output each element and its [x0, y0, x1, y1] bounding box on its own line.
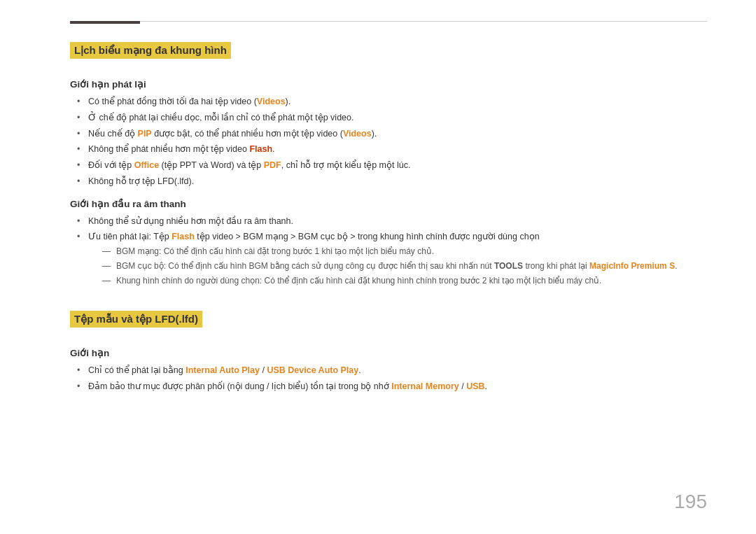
section-1: Lịch biểu mạng đa khung hình Giới hạn ph…	[70, 35, 707, 287]
highlight-pdf: PDF	[264, 160, 281, 170]
subsection-2-1-title: Giới hạn	[70, 347, 707, 358]
sub-list-item: Khung hình chính do người dùng chọn: Có …	[102, 274, 707, 287]
page-number: 195	[674, 491, 707, 513]
top-line	[140, 21, 707, 22]
sub-list-item: BGM cục bộ: Có thể định cấu hình BGM bằn…	[102, 260, 707, 272]
subsection-2-1: Giới hạn Chỉ có thể phát lại bằng Intern…	[70, 347, 707, 393]
highlight-internal-memory: Internal Memory	[391, 381, 459, 391]
section-2: Tệp mẫu và tệp LFD(.lfd) Giới hạn Chỉ có…	[70, 304, 707, 393]
subsection-1-1-title: Giới hạn phát lại	[70, 78, 707, 90]
list-item: Chỉ có thể phát lại bằng Internal Auto P…	[77, 364, 707, 377]
subsection-1-2-list: Không thể sử dụng nhiều hơn một đầu ra â…	[77, 215, 707, 288]
section-2-title: Tệp mẫu và tệp LFD(.lfd)	[70, 311, 202, 328]
list-item: Có thể phát đồng thời tối đa hai tệp vid…	[77, 95, 707, 108]
highlight-flash-2: Flash	[172, 232, 195, 241]
page-container: Lịch biểu mạng đa khung hình Giới hạn ph…	[0, 0, 756, 534]
section-1-title: Lịch biểu mạng đa khung hình	[70, 42, 231, 59]
highlight-usb-device-auto-play: USB Device Auto Play	[267, 365, 358, 375]
highlight-flash-1: Flash	[249, 144, 272, 154]
content-area: Lịch biểu mạng đa khung hình Giới hạn ph…	[70, 35, 707, 393]
highlight-internal-auto-play: Internal Auto Play	[186, 365, 260, 375]
highlight-office: Office	[134, 160, 159, 170]
sub-bullet-list: BGM mạng: Có thể định cấu hình cài đặt t…	[102, 245, 707, 287]
subsection-1-2-title: Giới hạn đầu ra âm thanh	[70, 198, 707, 209]
list-item: Không hỗ trợ tệp LFD(.lfd).	[77, 175, 707, 188]
subsection-2-1-list: Chỉ có thể phát lại bằng Internal Auto P…	[77, 364, 707, 393]
list-item: Không thể sử dụng nhiều hơn một đầu ra â…	[77, 215, 707, 228]
list-item: Ở chế độ phát lại chiều dọc, mỗi lần chỉ…	[77, 111, 707, 125]
highlight-videos-1: Videos	[257, 97, 286, 106]
highlight-tools: TOOLS	[494, 261, 523, 271]
sub-list-item: BGM mạng: Có thể định cấu hình cài đặt t…	[102, 245, 707, 258]
subsection-1-2: Giới hạn đầu ra âm thanh Không thể sử dụ…	[70, 198, 707, 288]
list-item: Nếu chế độ PIP được bật, có thể phát nhi…	[77, 127, 707, 141]
highlight-magicinfo: MagicInfo Premium S	[589, 261, 675, 271]
highlight-videos-2: Videos	[343, 129, 372, 139]
list-item: Đảm bảo thư mục được phân phối (nội dung…	[77, 380, 707, 393]
highlight-pip: PIP	[138, 129, 152, 139]
subsection-1-1: Giới hạn phát lại Có thể phát đồng thời …	[70, 78, 707, 188]
list-item: Ưu tiên phát lại: Tệp Flash tệp video > …	[77, 230, 707, 287]
subsection-1-1-list: Có thể phát đồng thời tối đa hai tệp vid…	[77, 95, 707, 188]
highlight-usb: USB	[466, 381, 484, 391]
list-item: Đối với tệp Office (tệp PPT và Word) và …	[77, 159, 707, 172]
left-accent	[70, 21, 140, 24]
list-item: Không thể phát nhiều hơn một tệp video F…	[77, 143, 707, 156]
